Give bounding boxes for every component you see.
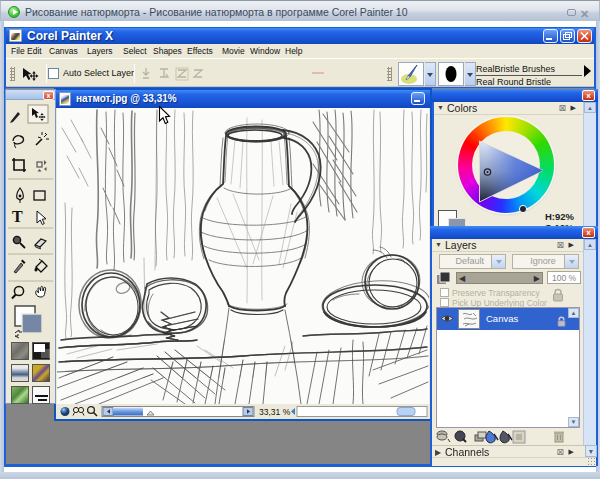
- svg-text:33,31 %: 33,31 %: [259, 407, 291, 417]
- svg-text:T: T: [12, 208, 23, 225]
